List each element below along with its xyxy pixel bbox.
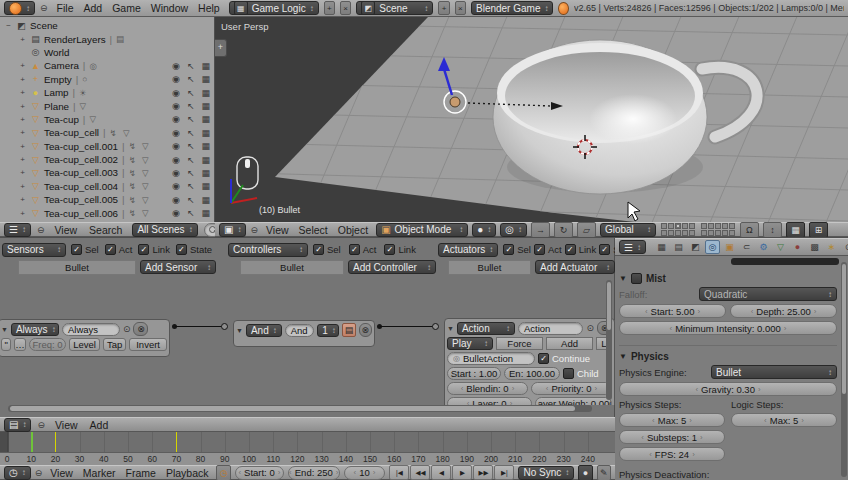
render-opengl-anim-icon[interactable]: ⊞ (809, 222, 828, 238)
manipulator-translate-icon[interactable]: → (531, 222, 550, 238)
render-engine-selector[interactable]: Blender Game↕ (471, 1, 553, 15)
layer-cell-19[interactable] (722, 230, 728, 236)
layer-cell-5[interactable] (689, 223, 695, 229)
filter-state-checkbox[interactable]: ✓State (176, 244, 212, 255)
restrict-select-icon[interactable]: ↖ (187, 155, 195, 165)
filter-link-checkbox[interactable]: ✓Link (384, 244, 415, 255)
layer-field[interactable]: ‹Layer: 0› (447, 397, 532, 405)
restrict-render-icon[interactable]: ▦ (201, 155, 210, 165)
props-tab-texture-icon[interactable]: ▩ (807, 240, 822, 254)
controllers-filter-selector[interactable]: Controllers↕ (228, 243, 308, 257)
timeline-marker[interactable] (55, 432, 56, 452)
menu-view[interactable]: View (51, 224, 82, 236)
layer-cell-4[interactable] (682, 223, 688, 229)
playback-jump-to-start-button[interactable]: |◀ (389, 465, 409, 480)
restrict-select-icon[interactable]: ↖ (187, 128, 195, 138)
props-tab-render-icon[interactable]: ▦ (654, 240, 669, 254)
restrict-select-icon[interactable]: ↖ (187, 101, 195, 111)
expand-icon[interactable]: + (18, 102, 27, 111)
restrict-view-icon[interactable]: ◉ (172, 141, 180, 151)
props-tab-constraints-icon[interactable]: ⊂ (739, 240, 754, 254)
outliner-item-world[interactable]: ◎World (0, 46, 215, 59)
end-frame-field[interactable]: ‹En: 100.00› (504, 367, 560, 380)
start-frame-field[interactable]: ‹Start : 1.00› (447, 367, 501, 380)
layer-cell-1[interactable] (661, 223, 667, 229)
mist-depth-field[interactable]: ‹Depth: 25.00› (730, 304, 837, 318)
child-checkbox[interactable]: ✓Child (563, 368, 599, 379)
filter-act-checkbox[interactable]: ✓Act (105, 244, 133, 255)
manipulator-rotate-icon[interactable]: ↻ (554, 222, 573, 238)
menu-window[interactable]: Window (147, 2, 192, 14)
add-layout-button[interactable]: + (324, 1, 335, 15)
restrict-select-icon[interactable]: ↖ (187, 61, 195, 71)
filter-sel-checkbox[interactable]: ✓Sel (313, 244, 341, 255)
restrict-view-icon[interactable]: ◉ (172, 114, 180, 124)
restrict-render-icon[interactable]: ▦ (201, 141, 210, 151)
add-controller-button[interactable]: Add Controller↕ (348, 260, 436, 274)
logic-vertical-scrollbar[interactable] (606, 280, 612, 400)
close-layout-button[interactable]: × (340, 1, 351, 15)
restrict-view-icon[interactable]: ◉ (172, 74, 180, 84)
snap-element-selector[interactable]: ↕ (763, 222, 782, 238)
menu-view[interactable]: View (262, 224, 293, 236)
physics-max-field[interactable]: ‹Max: 5› (619, 413, 725, 427)
3d-viewport[interactable]: User Persp (10) Bullet + ▣↕ ⊖ ViewSelect… (215, 17, 848, 237)
menu-add[interactable]: Add (86, 419, 113, 431)
logic-horizontal-scrollbar[interactable] (8, 405, 592, 412)
menu-search[interactable]: Search (85, 224, 126, 236)
menu-select[interactable]: Select (295, 224, 332, 236)
render-opengl-icon[interactable]: ▦ (786, 222, 805, 238)
filter-act-checkbox[interactable]: ✓Act (534, 244, 562, 255)
menu-file[interactable]: File (53, 2, 78, 14)
playback-jump-to-end-button[interactable]: ▶| (494, 465, 514, 480)
outliner-item-tea-cup-cell-004[interactable]: +▽Tea-cup_cell.004|↯ ▽◉↖▦ (0, 180, 215, 193)
level-button[interactable]: Level (69, 338, 100, 351)
panel-collapse-icon[interactable]: ⊖ (37, 420, 45, 430)
restrict-render-icon[interactable]: ▦ (201, 168, 210, 178)
frame-ruler[interactable]: 0102030405060708090100110120130140150160… (0, 452, 615, 466)
outliner-item-renderlayers[interactable]: +▤RenderLayers|▤ (0, 32, 215, 45)
panel-collapse-icon[interactable]: ⊖ (35, 468, 43, 478)
sequencer-track-area[interactable] (0, 432, 615, 452)
restrict-render-icon[interactable]: ▦ (201, 88, 210, 98)
controller-name-field[interactable]: And (285, 324, 315, 337)
outliner-item-tea-cup-cell-006[interactable]: +▽Tea-cup_cell.006|↯ ▽◉↖▦ (0, 206, 215, 219)
expand-icon[interactable]: + (18, 209, 27, 218)
props-tab-object-data-icon[interactable]: ▽ (773, 240, 788, 254)
controller-input-socket[interactable] (221, 323, 228, 330)
viewport-shading-selector[interactable]: ●↕ (472, 223, 496, 237)
restrict-render-icon[interactable]: ▦ (201, 74, 210, 84)
sensor-node-always[interactable]: ▼ Always↕ Always ⊙ ⊗ " … ‹Freq: 0› Level… (0, 319, 170, 357)
outliner-item-tea-cup[interactable]: +▽Tea-cup|▽◉↖▦ (0, 113, 215, 126)
outliner-display-filter[interactable]: All Scenes↕ (132, 223, 197, 237)
props-tab-modifiers-icon[interactable]: ⚙ (756, 240, 771, 254)
panel-collapse-icon[interactable]: ⊖ (40, 3, 48, 13)
filter-link-checkbox[interactable]: ✓Link (138, 244, 169, 255)
viewport-editor-selector[interactable]: ▣↕ (219, 223, 246, 237)
menu-playback[interactable]: Playback (162, 467, 213, 479)
invert-button[interactable]: Invert (129, 338, 167, 351)
priority-field[interactable]: ‹Priority: 0› (531, 382, 612, 395)
layer-cell-18[interactable] (715, 230, 721, 236)
expand-icon[interactable]: − (4, 21, 13, 30)
substeps-field[interactable]: ‹Substeps: 1› (619, 430, 725, 444)
expand-icon[interactable]: + (18, 195, 27, 204)
expand-icon[interactable]: + (18, 155, 27, 164)
layer-cell-10[interactable] (689, 230, 695, 236)
menu-view[interactable]: View (51, 419, 82, 431)
outliner-item-tea-cup-cell-003[interactable]: +▽Tea-cup_cell.003|↯ ▽◉↖▦ (0, 166, 215, 179)
expand-icon[interactable]: + (18, 35, 27, 44)
restrict-view-icon[interactable]: ◉ (172, 61, 180, 71)
props-tab-object-icon[interactable]: ▣ (722, 240, 737, 254)
outliner-item-tea-cup-cell-005[interactable]: +▽Tea-cup_cell.005|↯ ▽◉↖▦ (0, 193, 215, 206)
sensor-type-dropdown[interactable]: Always↕ (11, 323, 59, 336)
layer-cell-16[interactable] (701, 230, 707, 236)
restrict-select-icon[interactable]: ↖ (187, 74, 195, 84)
restrict-render-icon[interactable]: ▦ (201, 61, 210, 71)
restrict-render-icon[interactable]: ▦ (201, 208, 210, 218)
menu-marker[interactable]: Marker (79, 467, 120, 479)
layer-cell-17[interactable] (708, 230, 714, 236)
expand-icon[interactable]: + (18, 75, 27, 84)
collapse-arrow-icon[interactable]: ▼ (1, 326, 8, 333)
close-scene-button[interactable]: × (455, 1, 466, 15)
